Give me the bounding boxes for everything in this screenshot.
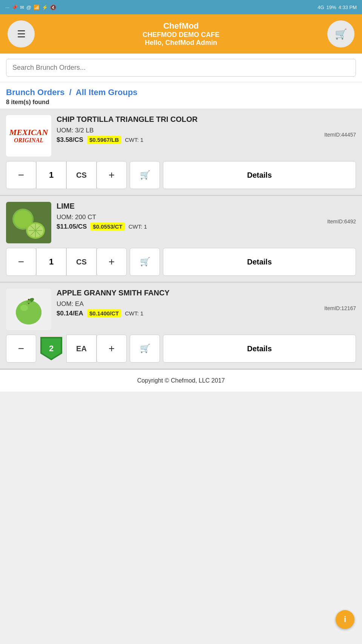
product-info: APPLE GRANNY SMITH FANCY UOM: EA $0.14/E… xyxy=(57,289,356,317)
product-card: LIME UOM: 200 CT $11.05/CS $0.0553/CT CW… xyxy=(0,196,362,283)
status-bar: ··· 📌 ✉ @ 📶 ⚡ 🔇 4G 19% 4:33 PM xyxy=(0,0,362,14)
shield-quantity: 2 xyxy=(49,344,54,354)
breadcrumb: Brunch Orders / All Item Groups xyxy=(6,88,356,97)
cafe-name: CHEFMOD DEMO CAFE xyxy=(143,31,219,39)
item-id: ItemID:6492 xyxy=(327,218,356,224)
plus-icon: + xyxy=(109,343,115,355)
hamburger-icon: ☰ xyxy=(17,28,26,40)
product-card: APPLE GRANNY SMITH FANCY UOM: EA $0.14/E… xyxy=(0,283,362,369)
details-button[interactable]: Details xyxy=(163,335,356,363)
svg-point-12 xyxy=(20,305,28,311)
plus-icon: + xyxy=(109,169,115,181)
footer: Copyright © Chefmod, LLC 2017 xyxy=(0,369,362,392)
unit-display: CS xyxy=(66,161,97,189)
product-uom: UOM: EA xyxy=(57,300,356,308)
add-to-cart-button[interactable]: 🛒 xyxy=(130,248,160,276)
header-center: ChefMod CHEFMOD DEMO CAFE Hello, ChefMod… xyxy=(143,21,219,47)
cart-quantity-badge: 2 xyxy=(36,335,66,363)
pin-icon: 📌 xyxy=(12,5,18,10)
product-top: APPLE GRANNY SMITH FANCY UOM: EA $0.14/E… xyxy=(6,289,356,330)
product-uom: UOM: 3/2 LB xyxy=(57,127,356,134)
footer-text: Copyright © Chefmod, LLC 2017 xyxy=(137,377,225,384)
cwt-label: CWT: 1 xyxy=(125,137,143,143)
details-label: Details xyxy=(247,258,272,266)
mute-icon: 🔇 xyxy=(50,5,56,10)
product-price-row: $0.14/EA $0.1400/CT CWT: 1 xyxy=(57,309,356,317)
increase-button[interactable]: + xyxy=(97,335,127,363)
time-label: 4:33 PM xyxy=(339,5,357,10)
items-found: 8 item(s) found xyxy=(6,99,356,106)
cart-button[interactable]: 🛒 xyxy=(327,20,354,48)
price-per-unit: $0.1400/CT xyxy=(87,309,121,317)
price-per-unit: $0.0553/CT xyxy=(90,223,124,231)
details-button[interactable]: Details xyxy=(163,248,356,276)
plus-icon: + xyxy=(109,256,115,268)
minus-icon: − xyxy=(18,169,24,181)
product-info: LIME UOM: 200 CT $11.05/CS $0.0553/CT CW… xyxy=(57,202,356,231)
product-price-row: $11.05/CS $0.0553/CT CWT: 1 xyxy=(57,223,356,231)
app-name: ChefMod xyxy=(143,21,219,31)
decrease-button[interactable]: − xyxy=(6,335,36,363)
products-list: MEXICAN ORIGINAL CHIP TORTILLA TRIANGLE … xyxy=(0,109,362,369)
brand-logo-original: ORIGINAL xyxy=(9,137,48,144)
cwt-label: CWT: 1 xyxy=(129,223,147,230)
notification-icon: ··· xyxy=(5,5,9,10)
product-image: MEXICAN ORIGINAL xyxy=(6,115,51,157)
info-icon: i xyxy=(344,615,346,624)
cart-add-icon: 🛒 xyxy=(140,170,150,180)
product-top: MEXICAN ORIGINAL CHIP TORTILLA TRIANGLE … xyxy=(6,115,356,157)
add-to-cart-button[interactable]: 🛒 xyxy=(130,161,160,189)
email-icon: ✉ xyxy=(20,5,24,10)
product-image xyxy=(6,289,51,330)
increase-button[interactable]: + xyxy=(97,161,127,189)
decrease-button[interactable]: − xyxy=(6,161,36,189)
network-label: 4G xyxy=(318,5,324,10)
cart-icon: 🛒 xyxy=(335,28,347,40)
bluetooth-icon: ⚡ xyxy=(42,5,48,10)
item-id: ItemID:44457 xyxy=(324,132,356,138)
details-button[interactable]: Details xyxy=(163,161,356,189)
unit-display: EA xyxy=(66,335,97,363)
search-container xyxy=(0,54,362,82)
header: ☰ ChefMod CHEFMOD DEMO CAFE Hello, ChefM… xyxy=(0,14,362,54)
svg-point-15 xyxy=(26,300,31,303)
brand-logo-mexican: MEXICAN xyxy=(9,128,48,137)
product-image xyxy=(6,202,51,243)
item-id: ItemID:12167 xyxy=(324,305,356,311)
product-uom: UOM: 200 CT xyxy=(57,214,356,221)
product-top: LIME UOM: 200 CT $11.05/CS $0.0553/CT CW… xyxy=(6,202,356,243)
quantity-display: 1 xyxy=(36,248,66,276)
product-price-row: $3.58/CS $0.5967/LB CWT: 1 xyxy=(57,136,356,144)
controls-row: − 1 CS + 🛒 Details xyxy=(6,248,356,276)
search-input[interactable] xyxy=(6,59,356,77)
breadcrumb-orders[interactable]: Brunch Orders xyxy=(6,88,64,97)
breadcrumb-groups[interactable]: All Item Groups xyxy=(76,88,138,97)
status-icons-left: ··· 📌 ✉ @ 📶 ⚡ 🔇 xyxy=(5,5,56,10)
cart-add-icon: 🛒 xyxy=(140,344,150,354)
cart-add-icon: 🛒 xyxy=(140,257,150,267)
decrease-button[interactable]: − xyxy=(6,248,36,276)
price-per-cs: $3.58/CS xyxy=(57,136,83,144)
details-label: Details xyxy=(247,344,272,353)
details-label: Details xyxy=(247,171,272,180)
product-name: LIME xyxy=(57,202,356,211)
unit-display: CS xyxy=(66,248,97,276)
add-to-cart-button[interactable]: 🛒 xyxy=(130,335,160,363)
apple-svg xyxy=(10,290,48,328)
battery-label: 19% xyxy=(327,5,336,10)
product-card: MEXICAN ORIGINAL CHIP TORTILLA TRIANGLE … xyxy=(0,109,362,196)
cwt-label: CWT: 1 xyxy=(125,310,143,317)
increase-button[interactable]: + xyxy=(97,248,127,276)
menu-button[interactable]: ☰ xyxy=(8,20,35,48)
lime-svg xyxy=(10,205,48,241)
info-fab-button[interactable]: i xyxy=(336,610,354,629)
breadcrumb-section: Brunch Orders / All Item Groups 8 item(s… xyxy=(0,82,362,109)
price-per-unit: $0.5967/LB xyxy=(87,136,121,144)
price-per-cs: $0.14/EA xyxy=(57,310,83,317)
at-icon: @ xyxy=(26,5,31,10)
product-name: CHIP TORTILLA TRIANGLE TRI COLOR xyxy=(57,115,356,124)
controls-row: − 1 CS + 🛒 Details xyxy=(6,161,356,189)
quantity-display: 1 xyxy=(36,161,66,189)
greeting: Hello, ChefMod Admin xyxy=(143,39,219,47)
product-name: APPLE GRANNY SMITH FANCY xyxy=(57,289,356,297)
